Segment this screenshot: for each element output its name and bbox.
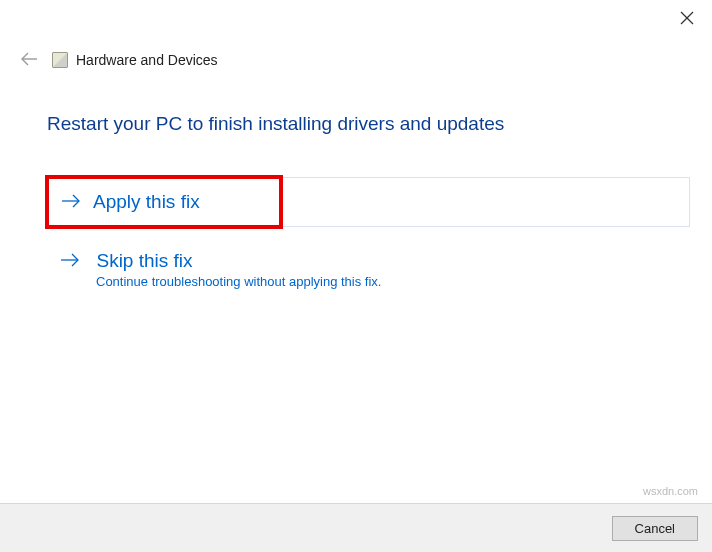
- apply-fix-label: Apply this fix: [93, 191, 200, 213]
- watermark: wsxdn.com: [643, 485, 698, 497]
- skip-fix-label: Skip this fix: [96, 250, 192, 271]
- skip-fix-subtitle: Continue troubleshooting without applyin…: [96, 274, 690, 289]
- cancel-button[interactable]: Cancel: [612, 516, 698, 541]
- back-arrow-icon[interactable]: [20, 51, 38, 69]
- footer: Cancel: [0, 503, 712, 552]
- close-icon: [680, 11, 694, 25]
- troubleshooter-icon: [52, 52, 68, 68]
- header-title: Hardware and Devices: [76, 52, 218, 68]
- apply-fix-option[interactable]: Apply this fix: [47, 177, 690, 227]
- close-button[interactable]: [680, 10, 694, 28]
- header: Hardware and Devices: [20, 51, 218, 69]
- arrow-right-icon: [61, 191, 81, 213]
- arrow-right-icon: [60, 250, 80, 272]
- skip-fix-option[interactable]: Skip this fix Continue troubleshooting w…: [47, 250, 690, 289]
- page-heading: Restart your PC to finish installing dri…: [47, 113, 504, 135]
